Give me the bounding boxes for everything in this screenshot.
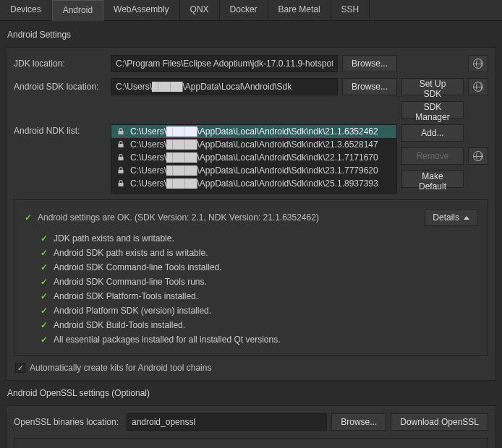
lock-icon — [117, 141, 124, 148]
check-icon: ✓ — [41, 233, 48, 244]
check-icon: ✓ — [25, 212, 32, 223]
tab-bar: Devices Android WebAssembly QNX Docker B… — [0, 0, 502, 21]
status-check-line: ✓Android SDK Platform-Tools installed. — [41, 291, 477, 301]
tab-qnx[interactable]: QNX — [180, 0, 220, 20]
status-check-line: ✓Android Platform SDK (version) installe… — [41, 306, 477, 316]
jdk-location-input[interactable] — [111, 55, 338, 72]
globe-icon — [473, 82, 483, 92]
label-openssl: OpenSSL binaries location: — [14, 417, 122, 427]
openssl-status-panel: ✓ OpenSSL Settings are OK. Details — [14, 438, 488, 448]
openssl-settings-group: OpenSSL binaries location: Browse... Dow… — [6, 405, 496, 448]
ndk-list-item[interactable]: C:\Users\█████\AppData\Local\Android\Sdk… — [111, 151, 396, 164]
lock-icon — [117, 154, 124, 161]
check-icon: ✓ — [41, 291, 48, 301]
check-icon: ✓ — [41, 320, 48, 330]
android-status-summary: Android settings are OK. (SDK Version: 2… — [38, 212, 319, 223]
status-check-line: ✓All essential packages installed for al… — [41, 335, 477, 345]
status-check-line: ✓Android SDK Build-Tools installed. — [41, 320, 477, 330]
check-icon: ✓ — [41, 335, 48, 345]
globe-ndk-button[interactable] — [468, 147, 488, 165]
svg-rect-4 — [119, 183, 124, 186]
download-openssl-button[interactable]: Download OpenSSL — [391, 413, 488, 431]
check-icon: ✓ — [41, 277, 48, 287]
browse-sdk-button[interactable]: Browse... — [342, 78, 397, 95]
make-default-button[interactable]: Make Default — [401, 171, 464, 188]
tab-docker[interactable]: Docker — [220, 0, 268, 20]
lock-icon — [117, 167, 124, 174]
check-icon: ✓ — [41, 248, 48, 258]
section-title-android: Android Settings — [7, 30, 496, 40]
ndk-list[interactable]: C:\Users\█████\AppData\Local\Android\Sdk… — [111, 124, 397, 194]
remove-ndk-button[interactable]: Remove — [401, 147, 464, 165]
label-jdk: JDK location: — [14, 59, 106, 69]
auto-create-kits-checkbox[interactable]: ✓ — [15, 363, 25, 373]
svg-rect-1 — [119, 144, 124, 147]
tab-devices[interactable]: Devices — [0, 0, 52, 20]
status-check-line: ✓Android SDK Command-line Tools installe… — [41, 262, 477, 272]
browse-jdk-button[interactable]: Browse... — [342, 55, 397, 72]
ndk-list-item[interactable]: C:\Users\█████\AppData\Local\Android\Sdk… — [111, 164, 396, 177]
lock-icon — [117, 128, 124, 135]
browse-openssl-button[interactable]: Browse... — [331, 413, 386, 431]
tab-android[interactable]: Android — [52, 0, 103, 21]
add-ndk-button[interactable]: Add... — [401, 124, 464, 142]
status-check-line: ✓Android SDK path exists and is writable… — [41, 248, 477, 258]
ndk-list-item[interactable]: C:\Users\█████\AppData\Local\Android\Sdk… — [111, 125, 396, 138]
svg-rect-2 — [119, 157, 124, 160]
setup-sdk-button[interactable]: Set Up SDK — [401, 78, 464, 95]
android-settings-group: JDK location: Browse... Android SDK loca… — [6, 47, 496, 381]
check-icon: ✓ — [41, 306, 48, 316]
label-sdk: Android SDK location: — [14, 82, 106, 92]
lock-icon — [117, 180, 124, 187]
check-icon: ✓ — [41, 262, 48, 272]
status-check-line: ✓Android SDK Command-line Tools runs. — [41, 277, 477, 287]
ndk-list-item[interactable]: C:\Users\█████\AppData\Local\Android\Sdk… — [111, 138, 396, 151]
tab-webassembly[interactable]: WebAssembly — [103, 0, 179, 20]
globe-sdk-button[interactable] — [468, 78, 488, 95]
status-check-line: ✓JDK path exists and is writable. — [41, 233, 477, 244]
svg-rect-0 — [119, 131, 124, 134]
globe-icon — [473, 151, 483, 161]
globe-jdk-button[interactable] — [468, 55, 488, 72]
openssl-location-input[interactable] — [127, 413, 327, 431]
globe-icon — [473, 59, 483, 69]
svg-rect-3 — [119, 170, 124, 173]
label-ndk: Android NDK list: — [14, 124, 106, 136]
tab-ssh[interactable]: SSH — [331, 0, 370, 20]
chevron-up-icon — [464, 216, 469, 220]
details-toggle-android[interactable]: Details — [425, 209, 477, 226]
auto-create-kits-label: Automatically create kits for Android to… — [30, 363, 211, 373]
section-title-openssl: Android OpenSSL settings (Optional) — [7, 388, 496, 398]
tab-bare-metal[interactable]: Bare Metal — [268, 0, 331, 20]
sdk-manager-button[interactable]: SDK Manager — [401, 101, 464, 119]
android-status-panel: ✓ Android settings are OK. (SDK Version:… — [14, 199, 488, 356]
ndk-list-item[interactable]: C:\Users\█████\AppData\Local\Android\Sdk… — [111, 177, 396, 190]
sdk-location-input[interactable] — [111, 78, 338, 95]
